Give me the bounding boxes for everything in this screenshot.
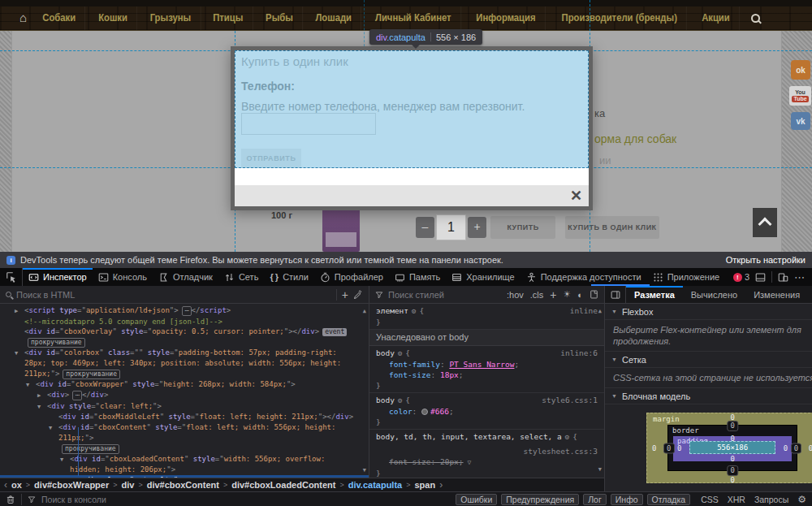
- buy-button[interactable]: КУПИТЬ: [490, 216, 555, 239]
- scroll-to-top-button[interactable]: [753, 208, 777, 237]
- tree-node-line[interactable]: ▶<div>⋯</div>: [0, 390, 369, 401]
- tree-node-line[interactable]: ▶<script type="application/ld+json">⋯</s…: [0, 305, 369, 317]
- console-filter-toggle[interactable]: Запросы: [754, 495, 788, 504]
- page-link-fragment[interactable]: орма для собак: [594, 132, 676, 145]
- breadcrumb-item[interactable]: span: [414, 480, 435, 490]
- box-model-diagram[interactable]: margin border padding 556×186 0 0 0: [646, 413, 812, 483]
- nav-item-fish[interactable]: Рыбы: [257, 6, 303, 30]
- breadcrumb-item[interactable]: div#cboxLoadedContent: [231, 480, 335, 490]
- nav-item-account[interactable]: Личный Кабинет: [366, 6, 461, 30]
- breadcrumb-item[interactable]: div#cboxWrapper: [34, 480, 109, 490]
- breadcrumb-item[interactable]: ox: [11, 480, 22, 490]
- nav-item-dogs[interactable]: Собаки: [33, 6, 85, 30]
- tree-node-line[interactable]: прокручивание: [0, 443, 369, 454]
- console-filter-button[interactable]: Ошибки: [456, 494, 497, 505]
- nav-item-cats[interactable]: Кошки: [89, 6, 136, 30]
- responsive-mode-icon[interactable]: [778, 272, 788, 283]
- tree-node-line[interactable]: <div id="cboxMiddleLeft" style="float: l…: [0, 412, 369, 422]
- add-rule-button[interactable]: +: [550, 288, 556, 301]
- sidebar-toggle-icon[interactable]: [605, 286, 626, 303]
- gear-icon[interactable]: ⚙: [797, 494, 806, 505]
- rules-filter-input[interactable]: Поиск стилей: [388, 290, 502, 300]
- console-filter-button[interactable]: Предупреждения: [501, 494, 579, 505]
- breadcrumb[interactable]: ‹ox>div#cboxWrapper>div>div#cboxContent>…: [0, 478, 604, 491]
- grid-section-header[interactable]: ▼ Сетка: [605, 352, 812, 368]
- padding-left-value[interactable]: 0: [677, 444, 681, 452]
- tab-debugger[interactable]: Отладчик: [153, 268, 218, 286]
- console-search-input[interactable]: Поиск в консоли: [41, 495, 450, 504]
- tree-node-line[interactable]: ▼<div class="catapulta">: [0, 475, 369, 478]
- open-settings-link[interactable]: Открыть настройки: [726, 255, 806, 265]
- node-picker-button[interactable]: [0, 268, 23, 286]
- padding-bottom-value[interactable]: 0: [730, 455, 734, 463]
- css-rule[interactable]: body⚙{inline:6font-family: PT Sans Narro…: [369, 346, 604, 393]
- light-theme-sim-icon[interactable]: ☀: [563, 289, 571, 300]
- pseudo-class-toggle[interactable]: :hov: [507, 290, 524, 300]
- breadcrumb-scroll-left[interactable]: ‹: [4, 479, 7, 491]
- tree-node-line[interactable]: <div id="cboxOverlay" style="opacity: 0.…: [0, 327, 369, 348]
- dark-theme-sim-icon[interactable]: ◐: [577, 290, 583, 300]
- css-rule[interactable]: body, td, th, input, textarea, select, a…: [369, 430, 604, 478]
- print-sim-icon[interactable]: [590, 290, 598, 299]
- console-filter-toggle[interactable]: XHR: [728, 495, 745, 504]
- tab-memory[interactable]: Память: [389, 268, 446, 286]
- tab-console[interactable]: Консоль: [93, 268, 153, 286]
- quantity-decrease-button[interactable]: –: [416, 217, 434, 238]
- margin-bottom-value[interactable]: 0: [730, 476, 734, 484]
- home-icon[interactable]: ⌂: [19, 11, 27, 24]
- css-rules-list[interactable]: ▲ ▼ элемент⚙{inline}Унаследовано от body…: [369, 304, 604, 478]
- css-rule[interactable]: body⚙{style6.css:1color: #666;}: [369, 393, 604, 430]
- flexbox-section-header[interactable]: ▼ Flexbox: [605, 304, 812, 320]
- nav-item-birds[interactable]: Птицы: [204, 6, 253, 30]
- tab-changes[interactable]: Изменения: [745, 286, 808, 303]
- scroll-up-arrow[interactable]: ▲: [598, 306, 602, 317]
- error-count-badge[interactable]: ! 3: [733, 272, 749, 282]
- nav-item-brands[interactable]: Производители (бренды): [552, 6, 687, 30]
- console-filter-button[interactable]: Инфо: [611, 494, 643, 505]
- tab-network[interactable]: Сеть: [218, 268, 264, 286]
- split-console-icon[interactable]: [755, 272, 766, 283]
- boxmodel-section-header[interactable]: ▼ Блочная модель: [605, 388, 812, 404]
- tree-node-line[interactable]: <!--microdatapro 5.0 company end [json-l…: [0, 317, 369, 327]
- scroll-up-arrow[interactable]: ▲: [363, 306, 366, 317]
- margin-right-value[interactable]: 0: [809, 444, 812, 452]
- class-toggle[interactable]: .cls: [530, 290, 544, 300]
- breadcrumb-item[interactable]: div.catapulta: [348, 480, 402, 490]
- console-filter-button[interactable]: Лог: [583, 494, 607, 505]
- close-icon[interactable]: ✕: [570, 187, 582, 205]
- border-left-value[interactable]: 0: [663, 443, 674, 453]
- tab-layout[interactable]: Разметка: [626, 286, 683, 303]
- tree-node-line[interactable]: ▼<div style="clear: left;">: [0, 401, 369, 413]
- breadcrumb-item[interactable]: div: [121, 480, 134, 490]
- eyedropper-icon[interactable]: [353, 290, 363, 300]
- add-node-button[interactable]: +: [342, 288, 348, 301]
- html-search-input[interactable]: Поиск в HTML: [16, 290, 331, 300]
- quantity-field[interactable]: 1: [436, 214, 466, 240]
- tab-inspector[interactable]: Инспектор: [23, 268, 93, 286]
- border-bottom-value[interactable]: 0: [727, 465, 737, 476]
- css-rule[interactable]: элемент⚙{inline}: [369, 304, 604, 330]
- html-tree[interactable]: ▲ ▼ ▶<script type="application/ld+json">…: [0, 304, 369, 478]
- nav-item-rodents[interactable]: Грызуны: [140, 6, 201, 30]
- vk-icon[interactable]: vk: [791, 112, 810, 130]
- console-filter-toggle[interactable]: CSS: [701, 495, 719, 504]
- tab-storage[interactable]: Хранилище: [446, 268, 520, 286]
- odnoklassniki-icon[interactable]: ok: [791, 60, 810, 80]
- tree-node-line[interactable]: ▼<div id="colorbox" class="" style="padd…: [0, 348, 369, 379]
- tab-style-editor[interactable]: { } Стили: [264, 268, 313, 286]
- meatball-menu-icon[interactable]: ⋯: [794, 271, 806, 283]
- trash-icon[interactable]: [6, 495, 15, 504]
- tab-profiler[interactable]: Профайлер: [314, 268, 389, 286]
- breadcrumb-scroll-right[interactable]: ›: [439, 479, 443, 491]
- tree-node-line[interactable]: ▼<div id="cboxContent" style="float: lef…: [0, 422, 369, 443]
- scroll-down-arrow[interactable]: ▼: [363, 465, 366, 476]
- tab-computed[interactable]: Вычислено: [683, 286, 745, 303]
- nav-item-horses[interactable]: Лошади: [306, 6, 361, 30]
- search-icon[interactable]: [751, 14, 760, 23]
- buy-one-click-button[interactable]: КУПИТЬ В ОДИН КЛИК: [565, 216, 659, 239]
- tab-fonts[interactable]: Шрифты: [808, 286, 812, 303]
- console-filter-button[interactable]: Отладка: [647, 494, 691, 505]
- padding-right-value[interactable]: 0: [784, 444, 788, 452]
- tree-node-line[interactable]: ▼<div id="cboxWrapper" style="height: 26…: [0, 379, 369, 391]
- border-top-value[interactable]: 0: [727, 421, 737, 431]
